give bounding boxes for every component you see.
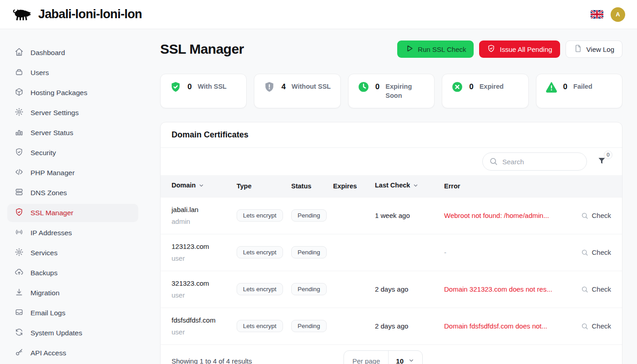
brand: Jabali-loni-loni-lon [12, 6, 142, 22]
bar-chart-icon [15, 127, 24, 138]
sidebar-item-label: Migration [30, 289, 60, 297]
type-badge: Lets encrypt [237, 209, 283, 222]
sidebar-item-php-manager[interactable]: PHP Manager [7, 164, 138, 182]
sidebar-item-migration[interactable]: Migration [7, 284, 138, 302]
clock-icon [358, 81, 369, 95]
column-header-status[interactable]: Status [291, 175, 333, 197]
sidebar-item-label: System Updates [30, 329, 82, 337]
chevron-down-icon [412, 183, 419, 190]
stats-row: 0 With SSL 4 Without SSL 0 Expiring Soon… [160, 74, 622, 108]
table-row: fdsfsdfdsf.comuser Lets encrypt Pending … [161, 308, 622, 344]
stat-label: Without SSL [292, 82, 331, 91]
column-header-last-check[interactable]: Last Check [375, 175, 444, 197]
issue-all-pending-button[interactable]: Issue All Pending [479, 40, 560, 58]
expires-cell [333, 234, 375, 271]
cloud-upload-icon [15, 268, 24, 278]
top-bar: Jabali-loni-loni-lon A [0, 0, 637, 29]
language-flag-uk-icon[interactable] [591, 10, 603, 19]
stat-value: 0 [187, 82, 192, 91]
table-header-row: Domain Type Status Expires Last Check Er… [161, 175, 622, 197]
sidebar-item-dashboard[interactable]: Dashboard [7, 44, 138, 62]
type-badge: Lets encrypt [237, 320, 283, 332]
table-row: jabali.lanadmin Lets encrypt Pending 1 w… [161, 197, 622, 234]
stat-label: Expired [480, 82, 504, 91]
sidebar-item-label: Server Status [30, 129, 73, 137]
stat-card-expired: 0 Expired [442, 74, 528, 108]
last-check-cell: 2 days ago [375, 308, 444, 344]
error-text: Webroot not found: /home/admin... [444, 212, 577, 219]
sidebar-item-hosting-packages[interactable]: Hosting Packages [7, 84, 138, 102]
inbox-icon [15, 308, 24, 318]
chevron-down-icon [198, 183, 205, 190]
server-stack-icon [15, 187, 24, 198]
sidebar-item-label: DNS Zones [30, 189, 67, 197]
per-page-select[interactable]: Per page 10 [344, 350, 423, 364]
play-icon [405, 44, 414, 54]
check-button[interactable]: Check [577, 248, 622, 256]
sidebar-item-label: IP Addresses [30, 229, 72, 237]
sidebar-item-label: API Access [30, 349, 66, 357]
sidebar-item-ip-addresses[interactable]: IP Addresses [7, 224, 138, 242]
domain-name: 321323.com [172, 279, 237, 287]
run-ssl-check-button[interactable]: Run SSL Check [397, 40, 474, 58]
boar-logo-icon [12, 6, 33, 22]
domain-certificates-panel: Domain Certificates 0 [160, 122, 622, 364]
check-button[interactable]: Check [577, 285, 622, 293]
filter-button[interactable]: 0 [597, 156, 607, 167]
results-summary: Showing 1 to 4 of 4 results [172, 357, 252, 364]
sidebar-item-email-logs[interactable]: Email Logs [7, 304, 138, 322]
home-icon [15, 47, 24, 58]
sidebar-item-label: Dashboard [30, 49, 65, 57]
file-icon [574, 44, 582, 54]
check-button[interactable]: Check [577, 322, 622, 330]
sidebar-item-services[interactable]: Services [7, 244, 138, 262]
stat-card-without-ssl: 4 Without SSL [254, 74, 340, 108]
stat-card-expiring-soon: 0 Expiring Soon [348, 74, 435, 108]
sidebar-item-label: SSL Manager [30, 209, 73, 217]
status-badge: Pending [291, 320, 327, 332]
code-icon [15, 167, 24, 178]
key-icon [15, 348, 24, 359]
sidebar-item-backups[interactable]: Backups [7, 264, 138, 282]
stat-value: 0 [375, 82, 379, 91]
status-badge: Pending [291, 283, 327, 295]
chevron-down-icon [408, 357, 415, 364]
sidebar-item-users[interactable]: Users [7, 64, 138, 82]
stat-label: With SSL [197, 82, 227, 91]
error-text: - [444, 248, 577, 256]
stat-label: Failed [573, 82, 592, 91]
alert-triangle-icon [546, 81, 557, 95]
sidebar-item-api-access[interactable]: API Access [7, 344, 138, 362]
stat-value: 0 [563, 82, 567, 91]
sidebar-item-server-settings[interactable]: Server Settings [7, 104, 138, 122]
error-text: Domain 321323.com does not res... [444, 285, 577, 293]
column-header-domain[interactable]: Domain [161, 175, 237, 197]
sidebar-item-server-status[interactable]: Server Status [7, 124, 138, 142]
domain-owner: admin [172, 217, 237, 225]
broadcast-icon [15, 228, 24, 238]
expires-cell [333, 308, 375, 344]
sidebar-item-ssl-manager[interactable]: SSL Manager [7, 204, 138, 222]
users-icon [15, 67, 24, 78]
download-icon [15, 288, 24, 298]
view-log-button[interactable]: View Log [566, 40, 622, 58]
column-header-type[interactable]: Type [237, 175, 291, 197]
user-avatar[interactable]: A [611, 7, 625, 22]
package-icon [15, 87, 24, 98]
check-button[interactable]: Check [577, 212, 622, 219]
sidebar-item-dns-zones[interactable]: DNS Zones [7, 184, 138, 202]
column-header-expires[interactable]: Expires [333, 175, 375, 197]
page-title: SSL Manager [160, 41, 244, 57]
column-header-error[interactable]: Error [444, 175, 577, 197]
type-badge: Lets encrypt [237, 246, 283, 258]
stat-label: Expiring Soon [385, 82, 425, 101]
shield-check-icon [487, 44, 495, 54]
expires-cell [333, 271, 375, 308]
stat-value: 4 [281, 82, 285, 91]
sidebar-item-label: Backups [30, 269, 57, 277]
search-input[interactable] [482, 152, 587, 171]
sidebar-item-label: Security [30, 149, 56, 157]
gear-icon [15, 107, 24, 118]
sidebar-item-security[interactable]: Security [7, 144, 138, 162]
sidebar-item-system-updates[interactable]: System Updates [7, 324, 138, 342]
